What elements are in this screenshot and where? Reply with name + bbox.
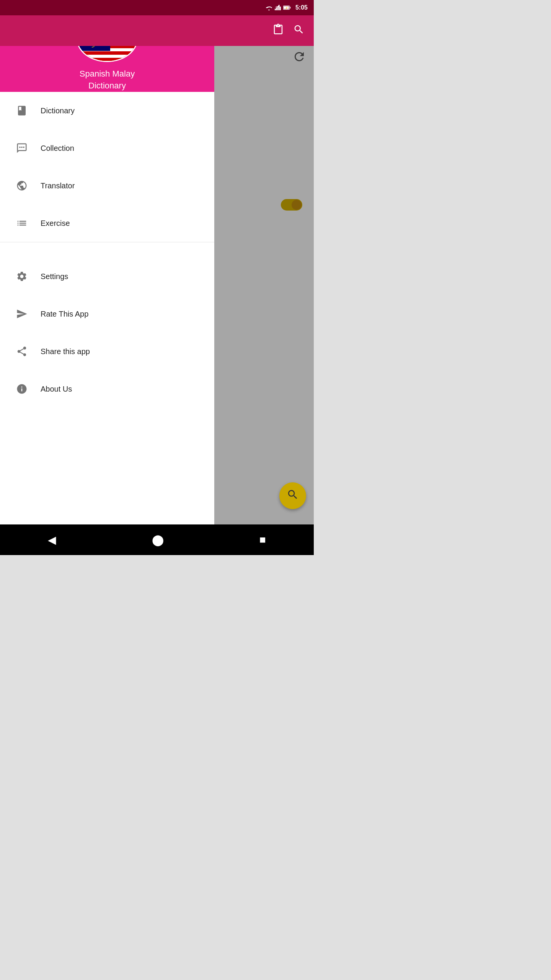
fab-search-icon [287, 488, 299, 503]
send-icon [12, 304, 31, 323]
battery-icon: ⚡ [283, 5, 291, 10]
recents-button[interactable]: ■ [259, 534, 266, 546]
back-button[interactable]: ◀ [48, 534, 56, 546]
signal-icon [275, 5, 281, 11]
menu-item-dictionary[interactable]: Dictionary [0, 92, 214, 129]
menu-spacer [0, 242, 214, 258]
about-label: About Us [41, 385, 72, 394]
app-subtitle: Dictionary [88, 80, 126, 92]
share-icon [12, 342, 31, 361]
svg-rect-4 [290, 7, 290, 9]
svg-point-2 [23, 147, 24, 148]
menu-item-exercise[interactable]: Exercise [0, 204, 214, 242]
app-bar [0, 15, 314, 46]
menu-item-collection[interactable]: Collection [0, 129, 214, 167]
menu-item-rate[interactable]: Rate This App [0, 295, 214, 333]
rate-label: Rate This App [41, 310, 88, 318]
fab-search-button[interactable] [279, 482, 306, 509]
app-name: Spanish Malay [80, 68, 135, 80]
translator-label: Translator [41, 181, 75, 190]
drawer-menu: Dictionary Collection [0, 92, 214, 555]
svg-text:⚡: ⚡ [285, 7, 288, 10]
svg-point-0 [19, 147, 21, 148]
wifi-icon [266, 5, 272, 10]
collection-label: Collection [41, 144, 74, 153]
dictionary-label: Dictionary [41, 106, 75, 115]
svg-point-1 [21, 147, 23, 148]
settings-label: Settings [41, 272, 68, 281]
navigation-drawer: 🛡️ ☽ ★ Spanish [0, 0, 214, 555]
menu-item-translator[interactable]: Translator [0, 167, 214, 204]
menu-item-settings[interactable]: Settings [0, 258, 214, 295]
navigation-bar: ◀ ⬤ ■ [0, 524, 314, 555]
gear-icon [12, 267, 31, 286]
clipboard-icon[interactable] [272, 24, 284, 38]
book-icon [12, 101, 31, 120]
globe-icon [12, 176, 31, 195]
share-label: Share this app [41, 347, 90, 356]
menu-item-share[interactable]: Share this app [0, 333, 214, 370]
status-time: 5:05 [295, 4, 308, 11]
exercise-label: Exercise [41, 219, 70, 228]
home-button[interactable]: ⬤ [152, 534, 164, 546]
menu-item-about[interactable]: About Us [0, 370, 214, 408]
overlay-dim [214, 0, 314, 555]
exercise-icon [12, 214, 31, 233]
search-icon[interactable] [293, 24, 305, 38]
status-bar: ⚡ 5:05 [0, 0, 314, 15]
info-icon [12, 379, 31, 399]
primary-menu-section: Dictionary Collection [0, 92, 214, 242]
chat-icon [12, 139, 31, 158]
